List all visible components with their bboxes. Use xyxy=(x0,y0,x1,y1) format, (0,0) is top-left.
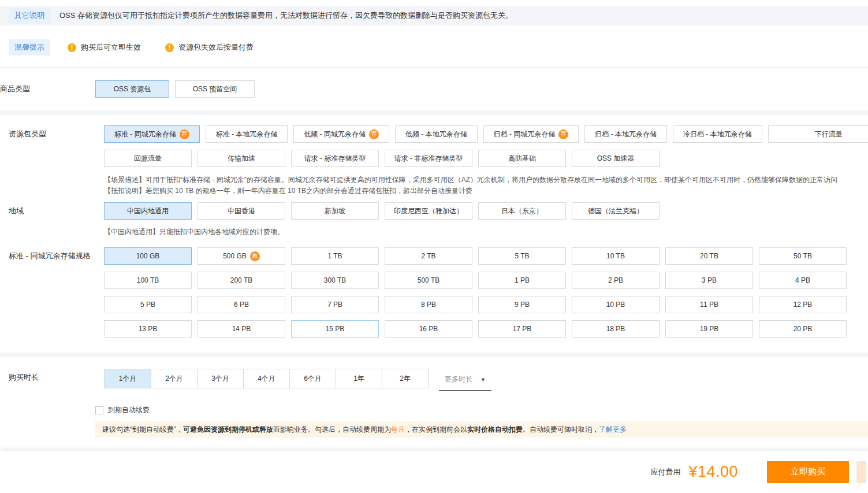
spec-option[interactable]: 50 TB xyxy=(759,247,847,265)
spec-option[interactable]: 17 PB xyxy=(478,320,566,338)
option-label: 5 PB xyxy=(140,301,155,309)
spec-option[interactable]: 4 PB xyxy=(759,272,847,289)
fee-label: 应付费用 xyxy=(650,467,680,477)
option-label: 日本（东京） xyxy=(501,206,543,216)
region-option[interactable]: 中国香港 xyxy=(198,202,285,220)
package-type-option[interactable]: 下行流量 xyxy=(768,125,868,143)
option-label: 11 PB xyxy=(700,301,718,309)
duration-option[interactable]: 2年 xyxy=(382,369,428,388)
spec-option[interactable]: 13 PB xyxy=(104,320,192,338)
spec-option[interactable]: 10 PB xyxy=(572,296,660,313)
package-type-option[interactable]: 标准 - 同城冗余存储荐 xyxy=(104,125,200,143)
product-type-option[interactable]: OSS 资源包 xyxy=(95,80,169,98)
option-label: 冷归档 - 本地冗余存储 xyxy=(683,129,752,139)
spec-option[interactable]: 300 TB xyxy=(291,272,379,289)
package-type-option[interactable]: OSS 加速器 xyxy=(572,150,660,167)
duration-option[interactable]: 3个月 xyxy=(197,369,243,388)
spec-option[interactable]: 500 TB xyxy=(385,272,472,289)
package-type-option[interactable]: 标准 - 本地冗余存储 xyxy=(206,125,288,143)
option-label: 4 PB xyxy=(795,276,810,284)
duration-option[interactable]: 6个月 xyxy=(289,369,336,388)
warning-icon: ! xyxy=(68,43,76,52)
region-option[interactable]: 日本（东京） xyxy=(478,202,566,220)
spec-option[interactable]: 20 TB xyxy=(665,247,753,265)
spec-option[interactable]: 100 TB xyxy=(104,272,192,289)
spec-option[interactable]: 1 PB xyxy=(478,272,566,289)
package-type-option[interactable]: 请求 - 非标准存储类型 xyxy=(385,150,472,167)
detail-flyout-strip[interactable] xyxy=(856,461,866,483)
spec-option[interactable]: 16 PB xyxy=(385,320,472,338)
package-type-option[interactable]: 传输加速 xyxy=(198,150,285,167)
spec-option[interactable]: 6 PB xyxy=(198,296,285,313)
notice-text: ，在实例到期前会以 xyxy=(405,425,467,435)
learn-more-link[interactable]: 了解更多 xyxy=(599,425,627,435)
spec-option[interactable]: 19 PB xyxy=(665,320,753,338)
spec-option[interactable]: 2 PB xyxy=(572,272,660,289)
option-label: 回源流量 xyxy=(134,154,162,164)
option-label: 德国（法兰克福） xyxy=(588,206,643,216)
product-type-label: 商品类型 xyxy=(0,80,95,98)
region-note: 【中国内地通用】只能抵扣中国内地各地域对应的计费项。 xyxy=(104,227,868,237)
section-band-divider xyxy=(0,110,868,115)
region-option[interactable]: 新加坡 xyxy=(291,202,379,220)
region-option[interactable]: 中国内地通用 xyxy=(104,202,192,220)
spec-option[interactable]: 9 PB xyxy=(478,296,566,313)
option-label: 18 PB xyxy=(606,325,625,333)
option-label: 低频 - 同城冗余存储 xyxy=(304,129,366,139)
region-option[interactable]: 印度尼西亚（雅加达） xyxy=(385,202,472,220)
spec-option[interactable]: 500 GB惠 xyxy=(198,247,285,265)
discount-badge-icon: 惠 xyxy=(250,251,260,261)
option-label: 低频 - 本地冗余存储 xyxy=(405,129,467,139)
option-label: 请求 - 非标准存储类型 xyxy=(394,154,463,164)
package-type-option[interactable]: 高防基础 xyxy=(478,150,566,167)
spec-option[interactable]: 14 PB xyxy=(198,320,285,338)
spec-option[interactable]: 12 PB xyxy=(759,296,847,313)
package-type-option[interactable]: 归档 - 同城冗余存储荐 xyxy=(483,125,579,143)
spec-option[interactable]: 200 TB xyxy=(198,272,285,289)
package-type-option[interactable]: 低频 - 同城冗余存储荐 xyxy=(293,125,389,143)
package-type-option[interactable]: 请求 - 标准存储类型 xyxy=(291,150,379,167)
package-type-option[interactable]: 归档 - 本地冗余存储 xyxy=(584,125,667,143)
tips-bar: 温馨提示 ! 购买后可立即生效 ! 资源包失效后按量付费 xyxy=(0,39,868,55)
option-label: 高防基础 xyxy=(508,154,536,164)
chevron-down-icon: ▼ xyxy=(480,377,486,383)
spec-option[interactable]: 8 PB xyxy=(385,296,472,313)
spec-option[interactable]: 2 TB xyxy=(385,247,472,265)
option-label: 16 PB xyxy=(419,325,438,333)
spec-option[interactable]: 11 PB xyxy=(665,296,753,313)
option-label: 300 TB xyxy=(324,276,346,284)
spec-section: 标准 - 同城冗余存储规格 100 GB500 GB惠1 TB2 TB5 TB1… xyxy=(0,246,868,353)
spec-option[interactable]: 10 TB xyxy=(572,247,660,265)
spec-option[interactable]: 15 PB xyxy=(291,320,379,338)
spec-option[interactable]: 100 GB xyxy=(104,247,192,265)
package-type-option[interactable]: 冷归档 - 本地冗余存储 xyxy=(673,125,762,143)
auto-renew-checkbox[interactable] xyxy=(95,406,103,414)
region-option[interactable]: 德国（法兰克福） xyxy=(572,202,660,220)
product-type-section: 商品类型 OSS 资源包OSS 预留空间 xyxy=(0,68,868,110)
duration-option[interactable]: 1年 xyxy=(336,369,382,388)
spec-option[interactable]: 20 PB xyxy=(759,320,847,338)
duration-option[interactable]: 1个月 xyxy=(105,369,151,388)
option-label: 6 PB xyxy=(234,301,249,309)
spec-option[interactable]: 18 PB xyxy=(572,320,660,338)
duration-option[interactable]: 4个月 xyxy=(243,369,289,388)
option-label: 下行流量 xyxy=(815,129,843,139)
duration-option[interactable]: 2个月 xyxy=(151,369,197,388)
spec-option[interactable]: 5 TB xyxy=(478,247,566,265)
buy-now-button[interactable]: 立即购买 xyxy=(767,461,849,483)
spec-option[interactable]: 7 PB xyxy=(291,296,379,313)
product-type-option[interactable]: OSS 预留空间 xyxy=(175,80,255,98)
notice-text: 。自动续费可随时取消， xyxy=(523,425,599,435)
more-duration-label: 更多时长 xyxy=(445,375,472,384)
more-duration-dropdown[interactable]: 更多时长 ▼ xyxy=(439,369,491,391)
spec-option[interactable]: 5 PB xyxy=(104,296,192,313)
spec-option[interactable]: 3 PB xyxy=(665,272,753,289)
package-type-option[interactable]: 低频 - 本地冗余存储 xyxy=(395,125,478,143)
spec-option[interactable]: 1 TB xyxy=(291,247,379,265)
option-label: 中国香港 xyxy=(228,206,255,216)
package-type-option[interactable]: 回源流量 xyxy=(104,150,192,167)
duration-section: 购买时长 1个月2个月3个月4个月6个月1年2年 更多时长 ▼ xyxy=(0,357,868,408)
package-type-section: 资源包类型 标准 - 同城冗余存储荐标准 - 本地冗余存储低频 - 同城冗余存储… xyxy=(0,115,868,202)
option-label: 13 PB xyxy=(139,325,158,333)
option-label: 5 TB xyxy=(515,252,529,260)
